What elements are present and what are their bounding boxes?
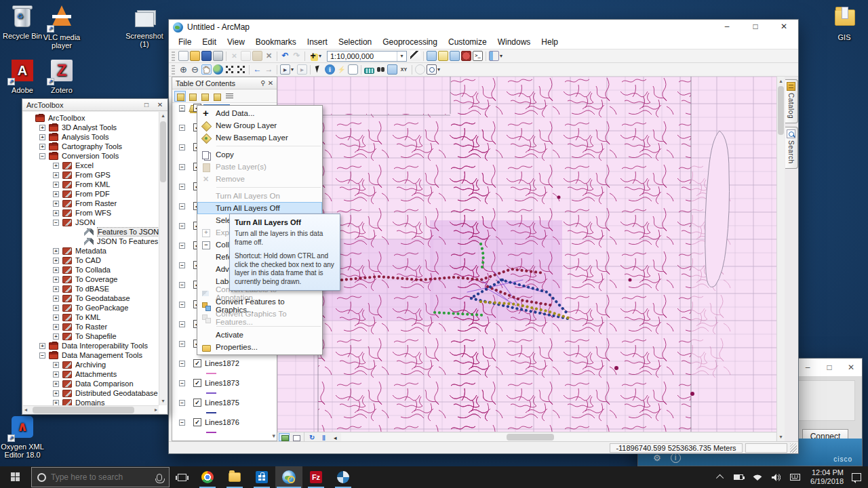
catalog-window-icon[interactable]: [438, 51, 448, 61]
add-data-icon[interactable]: [308, 51, 318, 61]
new-map-icon[interactable]: [178, 51, 189, 61]
wifi-icon[interactable]: [753, 474, 762, 481]
menu-item[interactable]: Customize: [443, 35, 492, 49]
collapse-icon[interactable]: −: [179, 380, 185, 386]
desktop-icon-vlc[interactable]: ↗ VLC media player: [39, 4, 84, 49]
scroll-up-icon[interactable]: ▴: [159, 112, 167, 120]
start-button[interactable]: [0, 466, 31, 488]
toolbox-tree-row[interactable]: + To Raster: [23, 322, 159, 331]
layer-visibility-checkbox[interactable]: ✓: [193, 418, 201, 426]
table-options-icon[interactable]: [427, 51, 437, 61]
layer-symbol-swatch[interactable]: [206, 392, 216, 394]
expander-icon[interactable]: +: [53, 210, 59, 216]
tab-search[interactable]: Search: [785, 127, 798, 169]
context-menu-item[interactable]: Remove: [197, 173, 322, 185]
add-data-dropdown-icon[interactable]: ▾: [319, 51, 324, 61]
scroll-left-icon[interactable]: ◂: [24, 406, 27, 414]
html-popup-icon[interactable]: [348, 64, 358, 75]
copy-icon[interactable]: [241, 51, 251, 61]
back-extent-icon[interactable]: [252, 64, 262, 75]
menu-item[interactable]: View: [222, 35, 250, 49]
list-by-source-icon[interactable]: [186, 91, 198, 102]
expander-icon[interactable]: +: [53, 267, 59, 273]
toc-layer-row[interactable]: − ✓ Lines1875: [172, 398, 277, 418]
expander-icon[interactable]: +: [53, 400, 59, 406]
pause-drawing-icon[interactable]: [318, 433, 329, 441]
context-menu-item[interactable]: Properties...: [197, 341, 322, 353]
arctoolbox-tree[interactable]: ArcToolbox + 3D Analyst Tools + Analysis…: [23, 112, 159, 405]
toolbox-tree-row[interactable]: + From Raster: [23, 199, 159, 208]
expander-icon[interactable]: +: [53, 191, 59, 197]
pin-icon[interactable]: ⚲: [260, 79, 267, 87]
collapse-icon[interactable]: −: [179, 282, 185, 288]
collapse-icon[interactable]: −: [179, 341, 185, 347]
expander-icon[interactable]: +: [53, 371, 59, 378]
expander-icon[interactable]: +: [53, 381, 59, 387]
expander-icon[interactable]: +: [39, 343, 45, 349]
toolbox-tree-row[interactable]: + From PDF: [23, 189, 159, 199]
collapse-icon[interactable]: −: [179, 164, 185, 170]
scroll-up-icon[interactable]: ▴: [777, 78, 785, 84]
collapse-icon[interactable]: −: [179, 144, 185, 150]
toolbox-tree-row[interactable]: + To Coverage: [23, 274, 159, 284]
speaker-icon[interactable]: [772, 474, 781, 481]
expander-icon[interactable]: +: [53, 172, 59, 178]
expander-icon[interactable]: +: [53, 286, 59, 292]
toolbox-tree-row[interactable]: + Attachments: [23, 369, 159, 379]
search-window-icon[interactable]: [450, 51, 460, 61]
collapse-icon[interactable]: −: [179, 105, 185, 111]
collapse-icon[interactable]: −: [179, 243, 185, 249]
toolbar-grip[interactable]: [172, 65, 175, 75]
maximize-button[interactable]: □: [142, 101, 151, 108]
context-menu-item[interactable]: [197, 185, 322, 190]
action-center-icon[interactable]: [852, 473, 861, 481]
layer-visibility-checkbox[interactable]: ✓: [193, 399, 201, 407]
context-menu-item[interactable]: Copy: [197, 148, 322, 161]
toolbox-tree-row[interactable]: − Data Management Tools: [23, 350, 159, 360]
zoom-in-icon[interactable]: [178, 64, 189, 75]
expander-icon[interactable]: +: [53, 201, 59, 207]
toolbox-tree-row[interactable]: + From KML: [23, 180, 159, 189]
context-menu-item[interactable]: New Basemap Layer: [197, 131, 322, 144]
forward-extent-icon[interactable]: [264, 64, 274, 75]
toolbox-tree-row[interactable]: + To Geodatabase: [23, 293, 159, 303]
expander-icon[interactable]: +: [53, 182, 59, 188]
minimize-button[interactable]: –: [797, 359, 818, 375]
expander-icon[interactable]: [75, 239, 81, 245]
layer-visibility-checkbox[interactable]: ✓: [193, 359, 201, 367]
expander-icon[interactable]: +: [53, 324, 59, 330]
scroll-down-icon[interactable]: ▾: [272, 432, 275, 439]
menu-item[interactable]: Insert: [302, 35, 333, 49]
menu-item[interactable]: File: [173, 35, 197, 49]
desktop-icon-oxygen[interactable]: ∧ ↗ Oxygen XML Editor 18.0: [0, 415, 45, 459]
toolbar-grip[interactable]: [172, 52, 175, 61]
gear-icon[interactable]: ⚙: [653, 453, 661, 463]
toolbox-tree-row[interactable]: + Data Interoperability Tools: [23, 341, 159, 350]
info-icon[interactable]: i: [671, 453, 681, 463]
collapse-icon[interactable]: −: [179, 203, 185, 209]
fixed-zoom-out-icon[interactable]: [236, 64, 246, 75]
context-menu-item[interactable]: Turn All Layers On: [197, 190, 322, 202]
toc-layer-row[interactable]: − ✓ Lines1873: [172, 378, 277, 398]
arctoolbox-vertical-scrollbar[interactable]: ▴ ▾: [159, 112, 167, 405]
toolbar-overflow-icon[interactable]: ▾: [500, 51, 505, 61]
go-to-xy-icon[interactable]: [399, 64, 409, 75]
expander-icon[interactable]: +: [53, 390, 59, 396]
create-viewer-window-icon[interactable]: [427, 64, 437, 75]
collapse-icon[interactable]: −: [179, 223, 185, 229]
full-extent-icon[interactable]: [213, 64, 223, 75]
resize-grip[interactable]: [790, 443, 797, 453]
scrollbar-thumb[interactable]: [33, 407, 134, 413]
pan-tool-icon[interactable]: [201, 64, 212, 75]
fixed-zoom-in-icon[interactable]: [224, 64, 235, 75]
toolbox-tree-row[interactable]: + Archiving: [23, 360, 159, 369]
list-by-selection-icon[interactable]: [211, 91, 222, 102]
menu-item[interactable]: Geoprocessing: [377, 35, 443, 49]
menu-item[interactable]: Bookmarks: [250, 35, 302, 49]
toc-layer-row[interactable]: − ✓ Lines1876: [172, 418, 277, 437]
scrollbar-thumb[interactable]: [507, 434, 555, 441]
time-slider-icon[interactable]: [415, 64, 425, 75]
expander-icon[interactable]: +: [39, 134, 45, 140]
scroll-left-icon[interactable]: [330, 433, 340, 441]
tray-expand-icon[interactable]: [716, 474, 724, 482]
